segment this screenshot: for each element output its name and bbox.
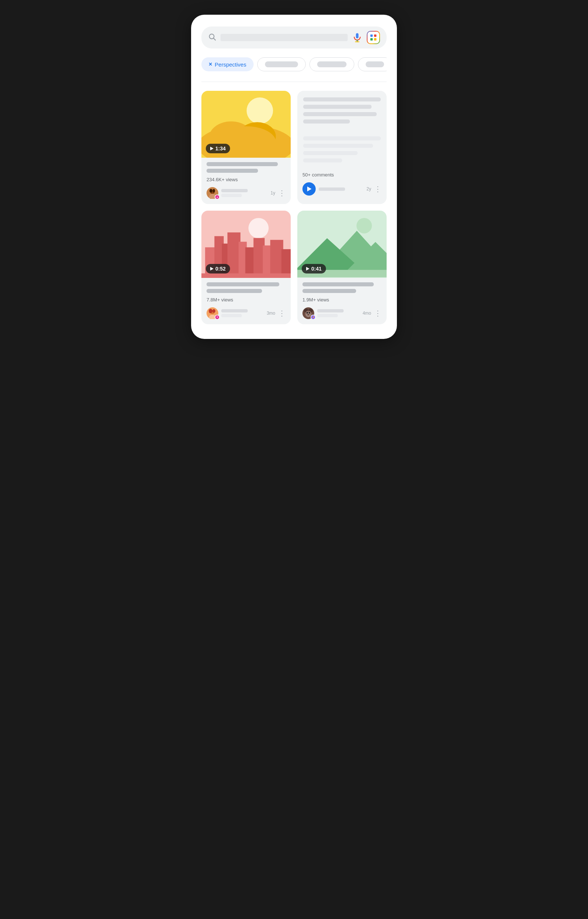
chip-filter-3[interactable]: [358, 57, 387, 71]
card-2-footer: 2y ⋮: [302, 183, 381, 195]
svg-point-9: [373, 37, 375, 39]
card-2[interactable]: 50+ comments 2y ⋮: [297, 91, 387, 204]
text-line-3: [303, 112, 377, 116]
chip-filter-1[interactable]: [257, 57, 306, 71]
svg-point-17: [210, 189, 212, 193]
svg-rect-28: [270, 240, 283, 277]
chip-perspectives[interactable]: × Perspectives: [201, 57, 254, 71]
svg-marker-19: [307, 186, 312, 191]
text-line-4: [303, 120, 350, 124]
svg-rect-2: [356, 33, 359, 38]
card-1-name-bar: [221, 189, 248, 192]
card-2-body: 50+ comments 2y ⋮: [297, 166, 387, 204]
card-2-more-btn[interactable]: ⋮: [374, 185, 381, 193]
card-3-body: 7.8M+ views ♥: [201, 278, 291, 324]
card-3-name-bar: [221, 309, 248, 312]
card-2-footer-info: [318, 187, 363, 191]
card-4-stats: 1.9M+ views: [302, 297, 381, 302]
search-actions: [352, 31, 380, 44]
duration-badge-4: 0:41: [302, 264, 326, 273]
svg-point-46: [307, 312, 308, 313]
card-1-stats: 234.6K+ views: [207, 177, 286, 183]
svg-point-47: [309, 312, 310, 313]
card-3-time: 3mo: [267, 311, 275, 316]
duration-badge-1: 1:34: [206, 144, 230, 153]
duration-text-4: 0:41: [311, 266, 321, 272]
avatar-play-icon: [305, 185, 313, 193]
play-icon-4: [306, 267, 309, 271]
card-4-time: 4mo: [363, 311, 371, 316]
avatar-badge-1: ♥: [215, 194, 220, 200]
card-3-title-1: [207, 282, 279, 286]
card-4-name-bar: [317, 309, 344, 312]
chip-filter-2[interactable]: [309, 57, 354, 71]
svg-rect-7: [370, 38, 373, 40]
lens-icon[interactable]: [367, 31, 380, 44]
card-4-footer-info: [317, 309, 360, 317]
duration-text-1: 1:34: [215, 145, 226, 152]
card-2-time: 2y: [367, 186, 371, 192]
svg-line-1: [213, 38, 215, 40]
card-3-thumbnail: 0:52: [201, 211, 291, 278]
text-line-6: [303, 144, 373, 148]
chip-bar-2: [317, 61, 347, 67]
card-3-more-btn[interactable]: ⋮: [278, 310, 286, 317]
filter-chips: × Perspectives: [201, 57, 387, 71]
duration-badge-3: 0:52: [206, 264, 230, 273]
card-3-sub-bar: [221, 314, 242, 317]
card-2-avatar: [302, 183, 316, 195]
text-line-5: [303, 136, 381, 141]
svg-rect-29: [281, 249, 291, 277]
chip-bar-1: [265, 61, 298, 67]
card-4-title-1: [302, 282, 374, 286]
play-icon-3: [210, 267, 213, 271]
chip-label: Perspectives: [215, 61, 246, 68]
search-input[interactable]: [221, 34, 348, 41]
card-4-avatar: ⚡: [302, 307, 314, 319]
svg-rect-30: [201, 273, 291, 278]
card-1-title-1: [207, 162, 278, 166]
card-1-more-btn[interactable]: ⋮: [278, 189, 286, 197]
card-1[interactable]: 1:34 234.6K+ views: [201, 91, 291, 204]
card-2-name-bar: [318, 187, 345, 191]
phone-container: × Perspectives: [191, 15, 397, 339]
card-3[interactable]: 0:52 7.8M+ views: [201, 211, 291, 324]
svg-rect-6: [374, 35, 376, 37]
card-1-sub-bar: [221, 194, 242, 197]
svg-point-18: [213, 189, 215, 193]
card-4-footer: ⚡ 4mo ⋮: [302, 307, 381, 319]
search-bar[interactable]: [201, 26, 387, 48]
card-4-body: 1.9M+ views: [297, 278, 387, 324]
card-1-title-2: [207, 169, 258, 173]
avatar-badge-4: ⚡: [310, 315, 316, 320]
chip-bar-3: [366, 61, 384, 67]
card-3-title-2: [207, 289, 262, 293]
text-line-1: [303, 97, 381, 102]
card-3-avatar: ♥: [207, 307, 218, 319]
card-1-avatar: ♥: [207, 187, 218, 199]
card-4-sub-bar: [317, 314, 338, 317]
card-1-footer: ♥ 1y ⋮: [207, 187, 286, 199]
duration-text-3: 0:52: [215, 266, 226, 272]
card-4-more-btn[interactable]: ⋮: [374, 310, 381, 317]
card-1-footer-info: [221, 189, 268, 197]
svg-rect-8: [374, 38, 376, 40]
card-3-footer-info: [221, 309, 264, 317]
svg-point-36: [209, 310, 211, 313]
close-icon[interactable]: ×: [209, 61, 212, 68]
text-line-8: [303, 158, 342, 163]
svg-point-35: [212, 309, 215, 313]
card-1-time: 1y: [270, 191, 275, 195]
card-3-stats: 7.8M+ views: [207, 297, 286, 302]
search-icon: [208, 33, 216, 43]
card-4-title-2: [302, 289, 356, 293]
card-4[interactable]: 0:41 1.9M+ views: [297, 211, 387, 324]
play-icon-1: [210, 147, 213, 150]
card-4-thumbnail: 0:41: [297, 211, 387, 278]
card-2-stats: 50+ comments: [302, 172, 381, 178]
avatar-badge-3: ♥: [215, 315, 220, 320]
divider: [201, 82, 387, 82]
card-3-footer: ♥ 3mo ⋮: [207, 307, 286, 319]
mic-icon[interactable]: [352, 32, 362, 43]
card-1-thumbnail: 1:34: [201, 91, 291, 158]
